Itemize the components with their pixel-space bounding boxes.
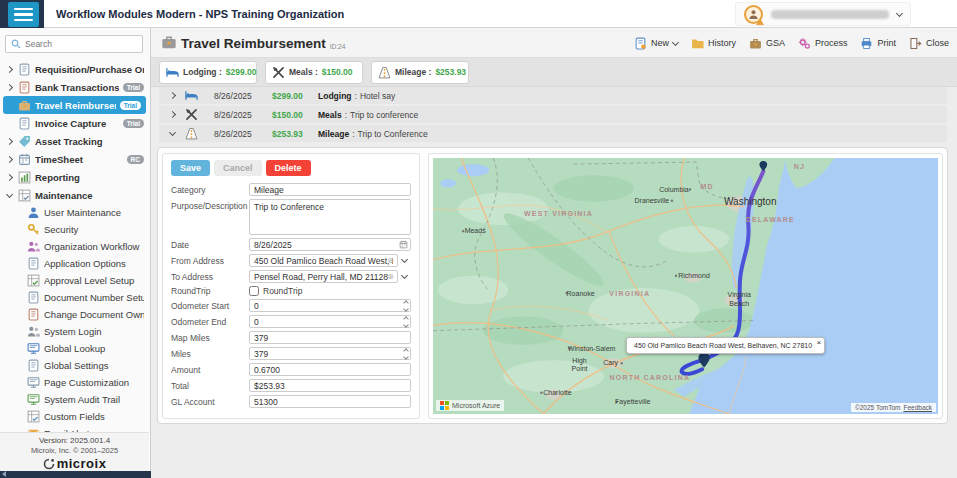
summary-strip: Lodging : $299.00 Meals : $150.00 Mileag… (151, 58, 957, 87)
field-label: Miles (171, 349, 249, 359)
sidebar-item-organization-workflow[interactable]: Organization Workflow (0, 238, 149, 255)
sidebar-item-document-number-setup[interactable]: Document Number Setup (0, 289, 149, 306)
history-button[interactable]: History (691, 37, 736, 50)
sidebar-item-security[interactable]: Security (0, 221, 149, 238)
to-address-input[interactable] (249, 270, 398, 283)
new-button[interactable]: New (634, 37, 678, 50)
sidebar-item-global-lookup[interactable]: Global Lookup (0, 340, 149, 357)
maintenance-icon (18, 189, 31, 202)
city-label: Charlotte (543, 389, 572, 396)
chevron-right-icon[interactable] (5, 65, 12, 72)
sidebar-item-system-audit-trail[interactable]: System Audit Trail (0, 391, 149, 408)
copyright-text: Microix, Inc. © 2001–2025 (0, 446, 149, 455)
sidebar-item-global-settings[interactable]: Global Settings (0, 357, 149, 374)
toolbar: New History GSA Process Print Close (634, 28, 949, 58)
sidebar-collapse-handle[interactable] (2, 471, 6, 477)
bottom-strip (0, 471, 151, 478)
cancel-button[interactable]: Cancel (214, 160, 262, 176)
total-row: Total (171, 379, 411, 392)
delete-button[interactable]: Delete (266, 160, 311, 176)
to-address-dropdown-icon[interactable] (398, 275, 411, 278)
chevron-down-icon[interactable] (672, 38, 679, 45)
search-input[interactable] (25, 39, 137, 49)
roundtrip-row: RoundTrip RoundTrip (171, 286, 411, 296)
expense-row-lodging[interactable]: 8/26/2025 $299.00 Lodging:Hotel say (159, 87, 947, 104)
sidebar-item-custom-fields[interactable]: Custom Fields (0, 408, 149, 425)
amount-input[interactable] (249, 363, 411, 376)
map-miles-input[interactable] (249, 331, 411, 344)
bank-transactions-icon (18, 81, 31, 94)
tooltip-close-icon[interactable]: × (816, 339, 821, 347)
spinner-control[interactable] (404, 317, 408, 327)
briefcase-icon (18, 99, 31, 112)
odometer-end-input[interactable] (249, 315, 411, 328)
gl-account-input[interactable] (249, 395, 411, 408)
chevron-right-icon[interactable] (168, 111, 175, 118)
hamburger-menu-icon[interactable] (8, 2, 39, 27)
chevron-right-icon[interactable] (168, 92, 175, 99)
feedback-link[interactable]: Feedback (903, 404, 932, 411)
sidebar-item-invoice-capture[interactable]: Invoice Capture Trial (0, 114, 149, 132)
spinner-control[interactable] (404, 349, 408, 359)
miles-input[interactable] (249, 347, 411, 360)
sidebar-item-reporting[interactable]: Reporting (0, 168, 149, 186)
roundtrip-checkbox[interactable] (249, 286, 259, 296)
close-button[interactable]: Close (909, 37, 949, 50)
clear-icon[interactable]: ⊗ (387, 257, 394, 265)
summary-label: Mileage : (395, 67, 431, 77)
chevron-right-icon[interactable] (5, 173, 12, 180)
purpose-textarea[interactable]: Trip to Conference (249, 199, 411, 235)
history-folder-icon (691, 37, 704, 50)
user-icon (27, 206, 40, 219)
sidebar-item-system-login[interactable]: System Login (0, 323, 149, 340)
purpose-row: Purpose/Description Trip to Conference (171, 199, 411, 235)
sidebar-item-label: Requisition/Purchase Order (35, 64, 144, 75)
toolbar-label: GSA (766, 38, 785, 48)
print-button[interactable]: Print (860, 37, 896, 50)
microix-logo: microix (0, 456, 149, 471)
sidebar-item-maintenance[interactable]: Maintenance (0, 186, 149, 204)
search-box[interactable] (5, 35, 143, 53)
search-icon (11, 39, 21, 49)
sidebar-item-asset-tracking[interactable]: Asset Tracking (0, 132, 149, 150)
gsa-button[interactable]: GSA (749, 37, 785, 50)
chevron-right-icon[interactable] (5, 83, 12, 90)
user-menu[interactable] (735, 2, 911, 26)
sidebar-item-timesheet[interactable]: TimeSheet RC (0, 150, 149, 168)
sidebar-item-user-maintenance[interactable]: User Maintenance (0, 204, 149, 221)
clear-icon[interactable]: ⊗ (387, 273, 394, 281)
sidebar-item-application-options[interactable]: Application Options (0, 255, 149, 272)
process-button[interactable]: Process (798, 37, 848, 50)
people-icon (27, 240, 40, 253)
chevron-down-icon[interactable] (896, 9, 903, 16)
save-button[interactable]: Save (171, 160, 210, 176)
expense-row-mileage[interactable]: 8/26/2025 $253.93 Mileage:Trip to Confer… (159, 125, 947, 142)
chevron-down-icon[interactable] (5, 190, 12, 197)
map-canvas[interactable]: WEST VIRGINIA VIRGINIA NORTH CAROLINA DE… (433, 158, 938, 414)
monitor-icon (27, 376, 40, 389)
sidebar-item-requisition-purchase-order[interactable]: Requisition/Purchase Order (0, 60, 149, 78)
calendar-icon[interactable] (399, 240, 408, 249)
chevron-down-icon[interactable] (168, 129, 175, 136)
expense-row-meals[interactable]: 8/26/2025 $150.00 Meals:Trip to conferen… (159, 106, 947, 123)
sidebar-item-page-customization[interactable]: Page Customization (0, 374, 149, 391)
sidebar-item-approval-level-setup[interactable]: Approval Level Setup (0, 272, 149, 289)
spinner-control[interactable] (404, 301, 408, 311)
sidebar-item-change-document-ownership[interactable]: Change Document Ownership (0, 306, 149, 323)
chevron-right-icon[interactable] (5, 137, 12, 144)
miles-row: Miles (171, 347, 411, 360)
chevron-right-icon[interactable] (5, 155, 12, 162)
page-header: Travel Reimbursement ID:24 New History G… (151, 28, 957, 58)
date-input[interactable] (249, 238, 411, 251)
sidebar-item-label: Document Number Setup (44, 292, 144, 303)
from-address-input[interactable] (249, 254, 398, 267)
category-input[interactable] (249, 183, 411, 196)
expense-description: Lodging:Hotel say (318, 91, 395, 101)
expense-date: 8/26/2025 (214, 91, 272, 101)
sidebar-item-bank-transactions[interactable]: Bank Transactions Trial (0, 78, 149, 96)
route-map[interactable]: WEST VIRGINIA VIRGINIA NORTH CAROLINA DE… (433, 158, 938, 414)
sidebar-item-travel-reimbursement[interactable]: Travel Reimbursement Trial (3, 96, 146, 114)
sidebar-item-label: Page Customization (44, 377, 144, 388)
odometer-start-input[interactable] (249, 299, 411, 312)
from-address-dropdown-icon[interactable] (398, 259, 411, 262)
